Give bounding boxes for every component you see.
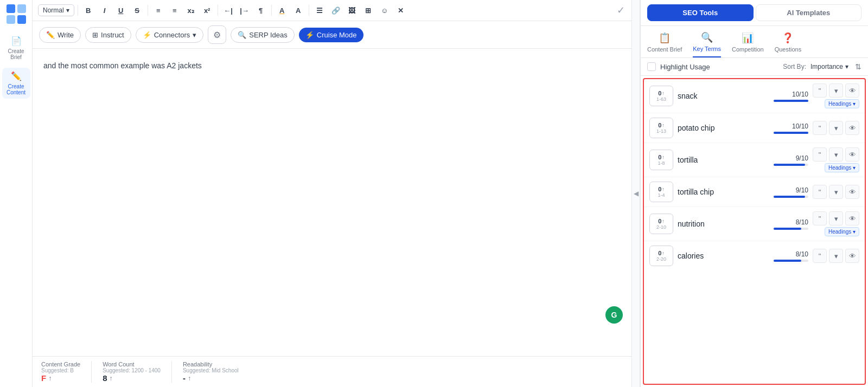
score-bar-bg xyxy=(774,196,808,198)
serp-ideas-button[interactable]: 🔍 SERP Ideas xyxy=(231,27,295,43)
highlight-usage-checkbox[interactable] xyxy=(647,62,656,71)
editor-area[interactable]: and the most common example was A2 jacke… xyxy=(33,49,631,356)
subscript-button[interactable]: x₂ xyxy=(184,3,198,17)
tab-competition[interactable]: 📊 Competition xyxy=(732,32,764,57)
indent-left-button[interactable]: ←| xyxy=(221,3,235,17)
tab-questions[interactable]: ❓ Questions xyxy=(775,32,802,57)
chevron-btn-snack[interactable]: ▾ xyxy=(829,83,843,98)
quote-btn-potato-chip[interactable]: " xyxy=(813,121,827,135)
eye-btn-nutrition[interactable]: 👁 xyxy=(845,211,859,225)
score-badge-calories[interactable]: 0 ↑ 2-20 xyxy=(649,246,673,266)
read-value: - ↑ xyxy=(183,373,239,383)
unordered-list-button[interactable]: ≡ xyxy=(168,3,182,17)
svg-rect-1 xyxy=(17,4,26,13)
sort-by-label: Sort By: xyxy=(783,63,806,70)
chevron-btn-tortilla[interactable]: ▾ xyxy=(829,147,843,162)
eye-btn-calories[interactable]: 👁 xyxy=(845,249,859,263)
headings-tag-nutrition[interactable]: Headings ▾ xyxy=(825,227,859,236)
score-info-snack: 10/10 xyxy=(770,91,808,102)
grammarly-icon[interactable]: G xyxy=(605,306,623,324)
right-sub-tabs: 📋 Content Brief 🔍 Key Terms 📊 Competitio… xyxy=(641,26,868,58)
questions-tab-icon: ❓ xyxy=(782,32,794,44)
term-name-nutrition: nutrition xyxy=(678,220,766,228)
instruct-button[interactable]: ⊞ Instruct xyxy=(85,27,131,43)
connectors-button[interactable]: ⚡ Connectors ▾ xyxy=(136,27,203,43)
term-meta-tortilla-chip: " ▾ 👁 xyxy=(813,185,859,199)
score-info-nutrition: 8/10 xyxy=(770,218,808,230)
strikethrough-button[interactable]: S xyxy=(130,3,144,17)
content-brief-tab-icon: 📋 xyxy=(659,32,671,44)
toolbar-divider-1 xyxy=(78,5,78,16)
format-select[interactable]: Normal ▾ xyxy=(38,4,74,16)
sidebar-item-create-content[interactable]: ✏️ Create Content xyxy=(2,68,30,99)
svg-rect-2 xyxy=(7,15,15,24)
sub-toolbar: ✏️ Write ⊞ Instruct ⚡ Connectors ▾ ⚙ 🔍 S… xyxy=(33,21,631,49)
quote-btn-snack[interactable]: " xyxy=(813,83,827,98)
ordered-list-button[interactable]: ≡ xyxy=(151,3,165,17)
score-info-calories: 8/10 xyxy=(770,250,808,262)
link-button[interactable]: 🔗 xyxy=(329,3,343,17)
table-button[interactable]: ⊞ xyxy=(361,3,375,17)
score-badge-tortilla[interactable]: 0 ↑ 1-8 xyxy=(649,150,673,170)
highlight-button[interactable]: A xyxy=(291,3,305,17)
underline-button[interactable]: U xyxy=(114,3,128,17)
quote-btn-tortilla[interactable]: " xyxy=(813,147,827,162)
ai-templates-tab[interactable]: AI Templates xyxy=(756,4,862,21)
sort-select[interactable]: Importance ▾ xyxy=(810,63,848,70)
panel-collapse-handle[interactable]: ◀ xyxy=(631,0,640,387)
score-bar-fill xyxy=(774,164,805,166)
instruct-icon: ⊞ xyxy=(92,31,98,39)
image-button[interactable]: 🖼 xyxy=(345,3,359,17)
emoji-button[interactable]: ☺ xyxy=(378,3,392,17)
toolbar-divider-5 xyxy=(309,5,309,16)
quote-btn-calories[interactable]: " xyxy=(813,249,827,263)
list-item: 0 ↑ 2-10 nutrition 8/10 " ▾ 👁 Headings ▾ xyxy=(644,207,865,241)
score-badge-tortilla-chip[interactable]: 0 ↑ 1-4 xyxy=(649,182,673,202)
paragraph-button[interactable]: ¶ xyxy=(254,3,268,17)
indent-right-button[interactable]: |→ xyxy=(238,3,252,17)
headings-tag-tortilla[interactable]: Headings ▾ xyxy=(825,163,859,172)
term-name-snack: snack xyxy=(678,92,766,100)
write-icon: ✏️ xyxy=(46,31,55,39)
cruise-mode-button[interactable]: ⚡ Cruise Mode xyxy=(299,28,363,42)
eye-btn-tortilla-chip[interactable]: 👁 xyxy=(845,185,859,199)
align-button[interactable]: ☰ xyxy=(312,3,327,17)
headings-tag-snack[interactable]: Headings ▾ xyxy=(825,99,859,108)
app-logo xyxy=(7,4,26,24)
quote-btn-nutrition[interactable]: " xyxy=(813,211,827,225)
score-badge-snack[interactable]: 0 ↑ 1-63 xyxy=(649,86,673,106)
clear-format-button[interactable]: ✕ xyxy=(394,3,408,17)
chevron-btn-nutrition[interactable]: ▾ xyxy=(829,211,843,225)
score-up-icon: ↑ xyxy=(662,154,665,160)
quote-btn-tortilla-chip[interactable]: " xyxy=(813,185,827,199)
chevron-btn-tortilla-chip[interactable]: ▾ xyxy=(829,185,843,199)
font-color-button[interactable]: A xyxy=(275,3,289,17)
sidebar-item-create-brief[interactable]: 📄 Create Brief xyxy=(2,33,30,63)
tab-key-terms[interactable]: 🔍 Key Terms xyxy=(693,31,721,57)
competition-tab-icon: 📊 xyxy=(742,32,754,44)
write-button[interactable]: ✏️ Write xyxy=(39,27,81,43)
connectors-chevron-icon: ▾ xyxy=(193,31,196,39)
toolbar-collapse-button[interactable]: ✓ xyxy=(615,5,626,16)
serp-icon: 🔍 xyxy=(238,31,246,39)
chevron-btn-calories[interactable]: ▾ xyxy=(829,249,843,263)
eye-btn-snack[interactable]: 👁 xyxy=(845,83,859,98)
chevron-btn-potato-chip[interactable]: ▾ xyxy=(829,121,843,135)
bold-button[interactable]: B xyxy=(81,3,95,17)
sort-order-icon[interactable]: ⇅ xyxy=(855,62,861,71)
italic-button[interactable]: I xyxy=(98,3,112,17)
eye-btn-potato-chip[interactable]: 👁 xyxy=(845,121,859,135)
list-item: 0 ↑ 1-13 potato chip 10/10 " ▾ 👁 xyxy=(644,113,865,143)
superscript-button[interactable]: x² xyxy=(200,3,214,17)
seo-tools-tab[interactable]: SEO Tools xyxy=(647,4,754,21)
score-badge-nutrition[interactable]: 0 ↑ 2-10 xyxy=(649,214,673,234)
readability-status: Readability Suggested: Mid School - ↑ xyxy=(172,361,250,383)
tab-content-brief[interactable]: 📋 Content Brief xyxy=(647,32,682,57)
list-item: 0 ↑ 2-20 calories 8/10 " ▾ 👁 xyxy=(644,241,865,270)
score-bar-fill xyxy=(774,100,808,102)
settings-button[interactable]: ⚙ xyxy=(208,25,226,44)
word-arrow: ↑ xyxy=(110,375,113,382)
format-chevron-icon: ▾ xyxy=(66,7,69,14)
eye-btn-tortilla[interactable]: 👁 xyxy=(845,147,859,162)
score-badge-potato-chip[interactable]: 0 ↑ 1-13 xyxy=(649,118,673,138)
